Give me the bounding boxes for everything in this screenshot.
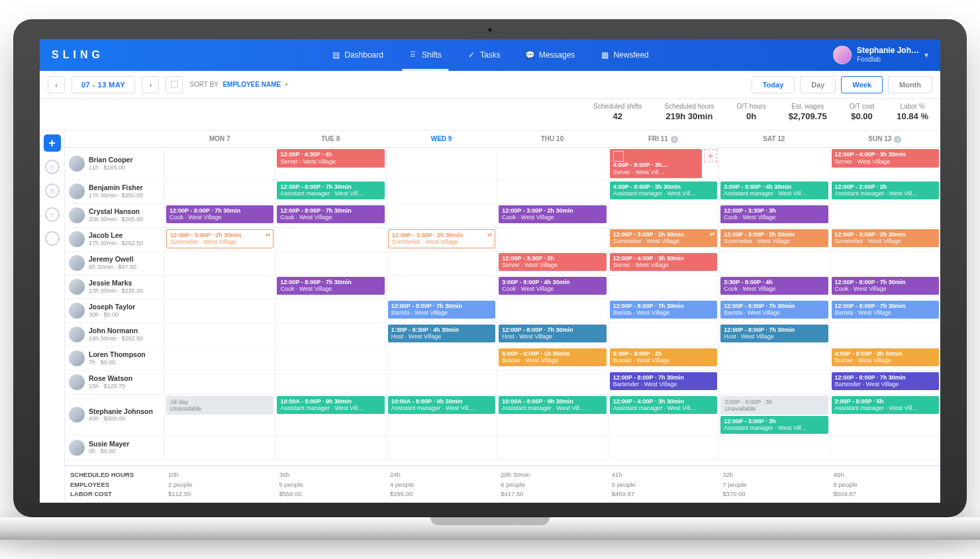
shift-card[interactable]: 3:30P - 8:00P · 4hCook · West Village: [720, 277, 828, 295]
day-cell[interactable]: [608, 204, 718, 227]
day-cell[interactable]: 12:00P - 8:00P · 7h 30minHost · West Vil…: [497, 323, 607, 346]
list-view-button[interactable]: ≣: [44, 182, 61, 199]
employee-cell[interactable]: Brian Cooper11h · $165.00: [65, 148, 164, 179]
day-cell[interactable]: 12:00P - 4:00P · 3h 30minServer · West V…: [608, 252, 718, 275]
day-cell[interactable]: [830, 323, 940, 346]
day-cell[interactable]: [275, 299, 385, 323]
employee-cell[interactable]: Benjamin Fisher17h 30min · $350.00: [65, 180, 164, 203]
template-button[interactable]: ≡: [44, 206, 61, 223]
day-cell[interactable]: 10:00A - 8:00P · 9h 30minAssistant manag…: [497, 395, 607, 436]
shift-card[interactable]: 12:00P - 3:30P · 3hCook · West Village: [720, 205, 828, 224]
day-cell[interactable]: [497, 299, 607, 323]
day-cell[interactable]: [830, 436, 940, 459]
nav-messages[interactable]: 💬Messages: [523, 39, 578, 71]
employee-cell[interactable]: Jacob Lee17h 30min · $262.50: [65, 228, 164, 251]
view-week-button[interactable]: Week: [841, 76, 883, 93]
shift-card[interactable]: 12:00P - 8:00P · 7h 30minBartender · Wes…: [610, 372, 717, 391]
day-cell[interactable]: [386, 148, 497, 179]
view-month-button[interactable]: Month: [888, 76, 932, 93]
day-cell[interactable]: [386, 347, 497, 370]
day-cell[interactable]: [164, 323, 275, 346]
shift-card[interactable]: 2:00P - 8:00P · 5hAssistant manager · We…: [832, 396, 939, 415]
employee-cell[interactable]: Jeremy Owell6h 30min · $97.50: [65, 252, 164, 275]
nav-shifts[interactable]: ⠿Shifts: [406, 39, 444, 71]
day-cell[interactable]: [275, 371, 385, 394]
day-cell[interactable]: 4:00P - 8:00P · 3h 30minBusser · West Vi…: [830, 347, 940, 370]
day-cell[interactable]: [718, 436, 829, 459]
shift-card[interactable]: 12:00P - 3:00P · 3hAssistant manager · W…: [720, 416, 828, 434]
shift-card[interactable]: 12:00P - 8:00P · 7h 30minCook · West Vil…: [166, 205, 273, 224]
employee-cell[interactable]: Stephanie Johnson40h · $800.00: [65, 395, 164, 436]
add-shift-button[interactable]: +: [44, 134, 61, 152]
day-cell[interactable]: [497, 436, 607, 459]
day-cell[interactable]: 12:00P - 3:00P · 2h 30minSommelier · Wes…: [718, 228, 829, 251]
shift-card[interactable]: 4:00P - 8:00P · 3h…Server · West Vill…: [610, 149, 702, 178]
day-cell[interactable]: [718, 371, 829, 394]
day-cell[interactable]: [830, 252, 940, 275]
shift-card[interactable]: 12:00P - 8:00P · 7h 30minCook · West Vil…: [832, 277, 939, 295]
day-cell[interactable]: 12:00P - 8:00P · 7h 30minAssistant manag…: [275, 180, 385, 203]
day-cell[interactable]: 12:00P - 3:00P · 2h 30minSommelier · Wes…: [164, 228, 275, 251]
day-cell[interactable]: 12:00P - 8:00P · 7h 30minBarista · West …: [718, 299, 829, 323]
date-range[interactable]: 07 - 13 MAY: [72, 76, 135, 93]
day-cell[interactable]: [830, 204, 940, 227]
day-cell[interactable]: 3:00P - 8:00P · 4h 30minCook · West Vill…: [497, 276, 607, 299]
shift-card[interactable]: 12:00P - 8:00P · 7h 30minBartender · Wes…: [832, 372, 939, 391]
day-cell[interactable]: 12:00P - 3:30P · 3hServer · West Village: [497, 252, 607, 275]
add-shift-inline-button[interactable]: +: [704, 149, 717, 162]
shift-card[interactable]: 12:00P - 8:00P · 7h 30minBarista · West …: [610, 301, 717, 319]
day-cell[interactable]: [164, 252, 275, 275]
day-cell[interactable]: 12:00P - 4:00P · 3h 30minServer · West V…: [830, 148, 940, 179]
shift-card[interactable]: 6:00P - 8:00P · 1h 30minBusser · West Vi…: [499, 348, 606, 367]
day-cell[interactable]: 12:00P - 3:30P · 3hCook · West Village: [718, 204, 829, 227]
shift-card[interactable]: 12:00P - 2:00P · 2hAssistant manager · W…: [832, 181, 939, 200]
employee-cell[interactable]: Crystal Hanson20h 30min · $205.00: [65, 204, 164, 227]
nav-dashboard[interactable]: ▤Dashboard: [328, 39, 386, 71]
shift-card[interactable]: 12:00P - 8:00P · 7h 30minBarista · West …: [720, 301, 828, 319]
day-cell[interactable]: 12:00P - 8:00P · 7h 30minCook · West Vil…: [275, 276, 385, 299]
shift-card[interactable]: 10:00A - 8:00P · 9h 30minAssistant manag…: [277, 396, 384, 415]
shift-card[interactable]: 5:30P - 8:00P · 2hBusser · West Village: [610, 348, 717, 367]
employee-cell[interactable]: Jessie Marks23h 30min · $235.00: [65, 276, 164, 299]
shift-card[interactable]: 12:00P - 4:00P · 3h 30minServer · West V…: [832, 149, 939, 168]
shift-card[interactable]: 12:00P - 8:00P · 7h 30minBarista · West …: [832, 301, 939, 319]
day-cell[interactable]: 12:00P - 3:00P · 2h 30minSommelier · Wes…: [608, 228, 718, 251]
day-cell[interactable]: [164, 148, 275, 179]
day-cell[interactable]: [497, 148, 607, 179]
shift-card[interactable]: 12:00P - 8:00P · 7h 30minAssistant manag…: [277, 181, 384, 200]
day-cell[interactable]: 1:30P - 6:30P · 4h 30minHost · West Vill…: [386, 323, 497, 346]
day-cell[interactable]: [608, 323, 718, 346]
today-button[interactable]: Today: [752, 76, 795, 93]
day-cell[interactable]: 12:00P - 8:00P · 7h 30minBartender · Wes…: [608, 371, 718, 394]
day-cell[interactable]: 4:00P - 8:00P · 3h 30minAssistant manage…: [608, 180, 718, 203]
day-cell[interactable]: 12:00P - 3:00P · 2h 30minSommelier · Wes…: [830, 228, 940, 251]
day-cell[interactable]: 12:00P · 4:30P · 4hServer · West Village: [275, 148, 385, 179]
day-cell[interactable]: 12:00P - 8:00P · 7h 30minHost · West Vil…: [718, 323, 829, 346]
day-cell[interactable]: [608, 276, 718, 299]
day-cell[interactable]: [275, 252, 385, 275]
day-cell[interactable]: [275, 347, 385, 370]
day-cell[interactable]: All dayUnavailable: [164, 395, 275, 436]
day-cell[interactable]: 12:00P - 8:00P · 7h 30minBarista · West …: [608, 299, 718, 323]
shift-card[interactable]: 3:00P - 8:00P · 4h 30minAssistant manage…: [720, 181, 828, 200]
shift-card[interactable]: 10:00A - 8:00P · 9h 30minAssistant manag…: [499, 396, 606, 415]
day-cell[interactable]: [164, 276, 275, 299]
select-all-checkbox[interactable]: [166, 76, 183, 93]
day-cell[interactable]: 12:00P - 8:00P · 7h 30minBarista · West …: [830, 299, 940, 323]
day-cell[interactable]: [164, 436, 275, 459]
day-cell[interactable]: [718, 148, 829, 179]
view-day-button[interactable]: Day: [800, 76, 836, 93]
shift-card[interactable]: 12:00P - 4:00P · 3h 30minServer · West V…: [610, 253, 717, 272]
day-cell[interactable]: [386, 204, 497, 227]
shift-card[interactable]: 12:00P - 8:00P · 7h 30minCook · West Vil…: [277, 205, 384, 224]
day-cell[interactable]: 2:00P - 8:00P · 5hAssistant manager · We…: [830, 395, 940, 436]
employee-cell[interactable]: Rose Watson15h · $129.75: [65, 371, 164, 394]
shift-card[interactable]: 12:00P - 3:00P · 2h 30minSommelier · Wes…: [832, 229, 939, 248]
day-cell[interactable]: [608, 436, 718, 459]
day-cell[interactable]: 3:00P - 6:00P · 3hUnavailable12:00P - 3:…: [718, 395, 829, 436]
day-cell[interactable]: 10:00A - 8:00P · 9h 30minAssistant manag…: [386, 395, 497, 436]
col-header[interactable]: WED 9: [386, 135, 497, 142]
day-cell[interactable]: [386, 436, 497, 459]
col-header[interactable]: TUE 8: [275, 135, 385, 142]
sort-dropdown[interactable]: SORT BY EMPLOYEE NAME ▾: [189, 81, 288, 88]
